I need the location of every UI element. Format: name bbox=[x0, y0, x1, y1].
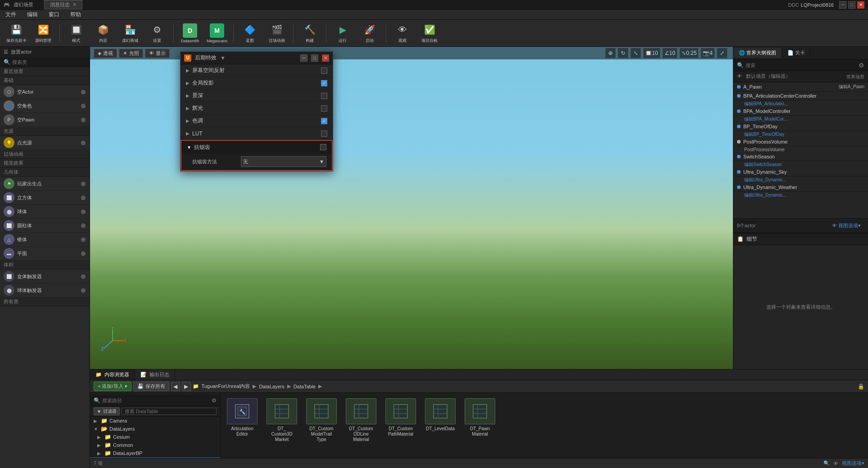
grid-dt-odline[interactable]: DT_CustomODLineMaterial bbox=[343, 396, 379, 444]
nav-forward-btn[interactable]: ▶ bbox=[182, 382, 191, 391]
rp-item-weather[interactable]: Ultra_Dynamic_Weather bbox=[733, 183, 868, 192]
tree-common[interactable]: ▶ 📁 Common bbox=[90, 441, 220, 449]
bpa-center-edit-link[interactable]: 编辑BPA_Articulatio... bbox=[744, 101, 788, 106]
actor-search-bar[interactable]: 🔍 bbox=[0, 57, 90, 67]
bpa-model-edit-link[interactable]: 编辑BPA_ModelCor... bbox=[744, 117, 787, 122]
switchseason-edit-link[interactable]: 编辑SwitchSeason bbox=[744, 162, 782, 167]
tab-output-log[interactable]: 📝 输出日志 bbox=[135, 369, 175, 380]
rp-item-sky[interactable]: Ultra_Dynamic_Sky bbox=[733, 168, 868, 176]
view-options-btn[interactable]: 👁 视图选项▾ bbox=[828, 220, 864, 231]
actor-item-sphere-trigger[interactable]: ⬤ 球体触发器 ⊕ bbox=[0, 284, 90, 297]
actor-item-point-light[interactable]: 💡 点光源 ⊕ bbox=[0, 136, 90, 150]
perspective-btn[interactable]: ◈ 透视 bbox=[94, 49, 117, 58]
actor-item-plane[interactable]: ▬ 平面 ⊕ bbox=[0, 247, 90, 261]
actor-item-cube[interactable]: ⬜ 立方体 ⊕ bbox=[0, 191, 90, 205]
toolbar-blueprint[interactable]: 🔷 蓝图 bbox=[237, 22, 262, 45]
tab-close[interactable]: ✕ bbox=[72, 2, 77, 8]
rp-item-switchseason[interactable]: SwitchSeason bbox=[733, 153, 868, 161]
toolbar-play[interactable]: ▶ 运行 bbox=[330, 22, 355, 45]
toolbar-save[interactable]: 💾 保存当前卡 bbox=[4, 22, 29, 45]
grid-dt-custom3d[interactable]: DT_Custom3DMarket bbox=[264, 396, 300, 444]
actor-add-btn7[interactable]: ⊕ bbox=[81, 208, 86, 215]
modal-row-gi[interactable]: ▶ 全局投影 bbox=[181, 77, 333, 90]
actor-add-btn9[interactable]: ⊕ bbox=[81, 236, 86, 243]
actor-search-input[interactable] bbox=[12, 59, 86, 65]
menu-file[interactable]: 文件 bbox=[4, 10, 18, 19]
scale-icon[interactable]: ⤡ bbox=[630, 48, 641, 58]
filter-input[interactable] bbox=[122, 408, 217, 415]
weather-edit-link[interactable]: 编辑Ultra_Dynamic... bbox=[744, 193, 787, 198]
viewport[interactable]: ◈ 透视 ☀ 光照 👁 显示 ⊕ ↻ ⤡ bbox=[90, 47, 733, 369]
crumb-datatable[interactable]: DataTable bbox=[292, 383, 318, 390]
actor-item-empty-char[interactable]: 👤 空角色 ⊕ bbox=[0, 99, 90, 113]
menu-window[interactable]: 窗口 bbox=[47, 10, 61, 19]
actor-item-sphere[interactable]: ⬤ 球体 ⊕ bbox=[0, 205, 90, 219]
actor-item-cylinder[interactable]: ⬜ 圆柱体 ⊕ bbox=[0, 219, 90, 233]
vp-btn4[interactable]: 📷 4 bbox=[701, 48, 715, 58]
actor-add-btn10[interactable]: ⊕ bbox=[81, 250, 86, 257]
modal-minimize-btn[interactable]: ─ bbox=[300, 54, 307, 62]
fb-search-input[interactable] bbox=[102, 398, 210, 403]
rp-item-bp-timeofday[interactable]: BP_TimeOfDay bbox=[733, 122, 868, 131]
tab-level[interactable]: 📄 关卡 bbox=[782, 48, 811, 58]
modal-row-bloom[interactable]: ▶ 辉光 bbox=[181, 102, 333, 115]
toolbar-datasmith[interactable]: D Datasmith bbox=[177, 22, 203, 45]
actor-item-empty-actor[interactable]: ⬡ 空Actor ⊕ bbox=[0, 85, 90, 99]
sky-edit-link[interactable]: 编辑Ultra_Dynamic... bbox=[744, 177, 787, 182]
color-checkbox[interactable] bbox=[321, 118, 327, 124]
transform-icon[interactable]: ⊕ bbox=[605, 48, 616, 58]
grid-dt-custom-mtt[interactable]: DT_CustomModelTrailType bbox=[303, 396, 339, 444]
actor-add-btn2[interactable]: ⊕ bbox=[81, 102, 86, 109]
active-tab[interactable]: 消息日志 ✕ bbox=[44, 0, 82, 9]
tree-datalayerbp[interactable]: ▶ 📁 DataLayerBP bbox=[90, 449, 220, 457]
actor-add-btn3[interactable]: ⊕ bbox=[81, 116, 86, 123]
save-all-btn[interactable]: 💾 保存所有 bbox=[133, 382, 169, 391]
modal-row-aa[interactable]: ▼ 抗锯齿 bbox=[181, 141, 332, 153]
fb-tree-search[interactable]: 🔍 ⚙ bbox=[90, 395, 220, 406]
lut-checkbox[interactable] bbox=[321, 130, 327, 137]
modal-row-ssr[interactable]: ▶ 屏幕空间反射 bbox=[181, 64, 333, 77]
close-button[interactable]: ✕ bbox=[857, 1, 864, 9]
actor-item-cone[interactable]: △ 锥体 ⊕ bbox=[0, 233, 90, 247]
grid-dt-pathmat[interactable]: DT_CustomPathMaterial bbox=[383, 396, 419, 444]
crumb-datalayers[interactable]: DataLayers bbox=[257, 383, 286, 390]
toolbar-cinematics[interactable]: 🎬 过场动画 bbox=[264, 22, 289, 45]
fb-lock-btn[interactable]: 🔒 bbox=[858, 383, 864, 390]
actor-add-btn6[interactable]: ⊕ bbox=[81, 194, 86, 201]
modal-row-dof[interactable]: ▶ 景深 bbox=[181, 90, 333, 102]
toolbar-content[interactable]: 📦 内容 bbox=[90, 22, 116, 45]
rp-settings-icon[interactable]: ⚙ bbox=[859, 62, 864, 69]
rp-item-bpa-model[interactable]: BPA_ModelController bbox=[733, 107, 868, 116]
toolbar-mode[interactable]: 🔲 模式 bbox=[63, 22, 89, 45]
rp-search-input[interactable] bbox=[746, 63, 859, 68]
show-btn[interactable]: 👁 显示 bbox=[145, 49, 170, 58]
rp-item-bpa-center[interactable]: BPA_ArticulationCenterController bbox=[733, 92, 868, 100]
lighting-btn[interactable]: ☀ 光照 bbox=[119, 49, 143, 58]
toolbar-build[interactable]: 🔨 构建 bbox=[297, 22, 322, 45]
filter-btn[interactable]: ▼ 过滤器 bbox=[94, 407, 120, 415]
rp-item-ppv[interactable]: PostProcessVolume bbox=[733, 138, 868, 146]
gi-checkbox[interactable] bbox=[321, 80, 327, 86]
toolbar-camera[interactable]: 👁 观观 bbox=[390, 22, 415, 45]
tree-datalayers[interactable]: ▼ 📂 DataLayers bbox=[90, 425, 220, 433]
grid-dt-leveldata[interactable]: DT_LevelData bbox=[422, 396, 458, 444]
tab-content-browser[interactable]: 📁 内容浏览器 bbox=[90, 369, 135, 380]
grid-dt-pawnmat[interactable]: DT_PawnMaterial bbox=[462, 396, 498, 444]
toolbar-source[interactable]: 🔀 源码管理 bbox=[31, 22, 56, 45]
add-import-btn[interactable]: + 添加/导入 ▾ bbox=[94, 382, 131, 391]
modal-row-color[interactable]: ▶ 色调 bbox=[181, 115, 333, 127]
grid-articulation-editor[interactable]: 🔧 ArticulationEditor bbox=[224, 396, 260, 444]
actor-add-btn[interactable]: ⊕ bbox=[81, 88, 86, 95]
bloom-checkbox[interactable] bbox=[321, 105, 327, 112]
ssr-checkbox[interactable] bbox=[321, 68, 327, 74]
a-pawn-action[interactable]: 编辑A_Pawn bbox=[839, 84, 864, 90]
actor-add-btn8[interactable]: ⊕ bbox=[81, 222, 86, 229]
tree-cesium[interactable]: ▶ 📁 Cesium bbox=[90, 433, 220, 441]
actor-add-btn5[interactable]: ⊕ bbox=[81, 180, 86, 187]
aa-method-select[interactable]: 无 ▼ bbox=[241, 156, 326, 167]
actor-item-box-trigger[interactable]: ⬜ 盒体触发器 ⊕ bbox=[0, 270, 90, 284]
actor-item-spawn[interactable]: ⚑ 玩家出生点 ⊕ bbox=[0, 177, 90, 191]
minimize-button[interactable]: ─ bbox=[839, 1, 846, 9]
toolbar-audit[interactable]: ✅ 项目自检 bbox=[417, 22, 442, 45]
crumb-root[interactable]: TuguanForUnreal内容 bbox=[200, 382, 252, 391]
